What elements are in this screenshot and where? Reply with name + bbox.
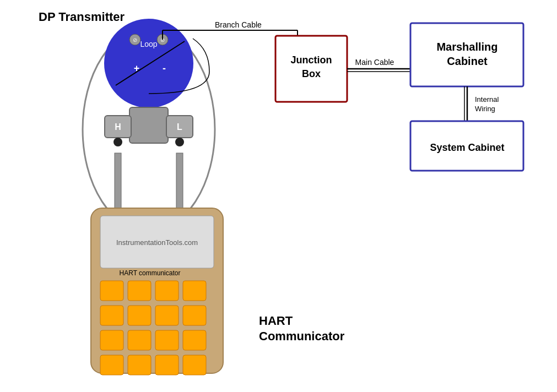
dp-transmitter-label: DP Transmitter [39, 10, 125, 24]
internal-wiring-label2: Wiring [475, 105, 495, 113]
key-2-2[interactable] [128, 306, 151, 325]
branch-cable-label: Branch Cable [215, 20, 262, 29]
terminal-left-mark: ⊘ [133, 37, 137, 43]
key-1-3[interactable] [155, 281, 179, 301]
internal-wiring-label1: Internal [475, 95, 499, 104]
main-cable-label: Main Cable [355, 58, 394, 67]
hart-label-line1: HART [259, 314, 293, 328]
key-1-1[interactable] [100, 281, 123, 301]
center-body [129, 107, 168, 143]
h-port [113, 138, 122, 146]
key-3-4[interactable] [183, 330, 206, 350]
hart-sub-label: HART communicator [120, 269, 181, 277]
key-4-3[interactable] [155, 355, 179, 375]
key-1-4[interactable] [183, 281, 206, 301]
marshalling-cabinet-label1: Marshalling [436, 41, 497, 53]
l-port [175, 138, 184, 146]
system-cabinet-label: System Cabinet [430, 142, 504, 153]
h-label: H [115, 122, 121, 132]
key-3-1[interactable] [100, 330, 123, 350]
diagram-canvas: DP Transmitter Loop ⊘ ⊘ + - H L Branch C… [0, 0, 557, 392]
key-4-4[interactable] [183, 355, 206, 375]
key-2-4[interactable] [183, 306, 206, 325]
l-label: L [177, 122, 182, 132]
junction-box-label-line2: Box [302, 68, 321, 79]
key-4-2[interactable] [128, 355, 151, 375]
minus-label: - [163, 63, 166, 74]
loop-label: Loop [140, 40, 157, 48]
key-3-3[interactable] [155, 330, 179, 350]
junction-box-label-line1: Junction [291, 55, 332, 66]
hart-label-line2: Communicator [259, 329, 345, 343]
key-2-1[interactable] [100, 306, 123, 325]
conduit-left [115, 153, 121, 208]
marshalling-cabinet-label2: Cabinet [447, 55, 488, 67]
key-4-1[interactable] [100, 355, 123, 375]
key-2-3[interactable] [155, 306, 179, 325]
key-3-2[interactable] [128, 330, 151, 350]
conduit-right [176, 153, 183, 208]
key-1-2[interactable] [128, 281, 151, 301]
sensor-head [105, 19, 193, 107]
website-label: InstrumentationTools.com [116, 238, 198, 247]
